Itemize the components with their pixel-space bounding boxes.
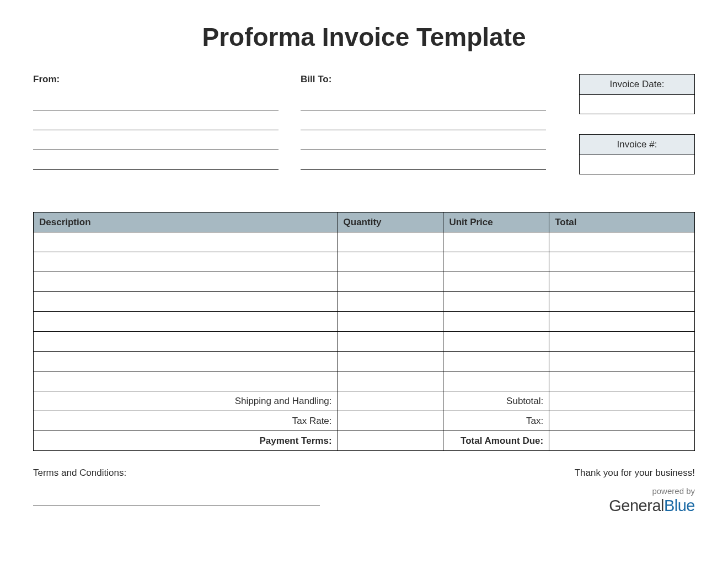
header-quantity: Quantity (338, 213, 443, 232)
cell-quantity[interactable] (338, 352, 443, 371)
bill-to-label: Bill To: (301, 74, 546, 85)
table-row (34, 371, 695, 391)
from-line-1[interactable] (33, 95, 279, 110)
table-row (34, 272, 695, 292)
meta-column: Invoice Date: Invoice #: (579, 74, 695, 194)
from-label: From: (33, 74, 279, 85)
summary-row-tax: Tax Rate: Tax: (34, 411, 695, 431)
items-table: Description Quantity Unit Price Total (33, 212, 695, 451)
cell-description[interactable] (34, 232, 338, 252)
cell-unit-price[interactable] (443, 252, 549, 272)
from-column: From: (33, 74, 279, 174)
cell-unit-price[interactable] (443, 312, 549, 332)
invoice-number-value[interactable] (580, 155, 694, 174)
table-row (34, 232, 695, 252)
invoice-number-label: Invoice #: (580, 135, 694, 155)
cell-total[interactable] (549, 312, 695, 332)
header-total: Total (549, 213, 695, 232)
cell-quantity[interactable] (338, 312, 443, 332)
page-title: Proforma Invoice Template (33, 22, 695, 52)
from-line-4[interactable] (33, 155, 279, 170)
header-section: From: Bill To: Invoice Date: Invoice #: (33, 74, 695, 194)
tax-rate-value[interactable] (338, 411, 443, 431)
from-line-2[interactable] (33, 115, 279, 130)
powered-by-text: powered by (575, 486, 695, 496)
invoice-date-box: Invoice Date: (579, 74, 695, 114)
terms-line[interactable] (33, 491, 320, 506)
table-row (34, 332, 695, 352)
shipping-label: Shipping and Handling: (34, 391, 338, 411)
cell-total[interactable] (549, 332, 695, 352)
cell-total[interactable] (549, 232, 695, 252)
table-row (34, 252, 695, 272)
brand-part-1: General (609, 497, 664, 514)
bill-to-line-3[interactable] (301, 135, 546, 150)
bill-to-line-4[interactable] (301, 155, 546, 170)
cell-unit-price[interactable] (443, 292, 549, 312)
terms-label: Terms and Conditions: (33, 468, 364, 479)
cell-quantity[interactable] (338, 252, 443, 272)
bill-to-line-2[interactable] (301, 115, 546, 130)
thanks-text: Thank you for your business! (575, 468, 695, 479)
table-row (34, 312, 695, 332)
cell-unit-price[interactable] (443, 352, 549, 371)
cell-unit-price[interactable] (443, 371, 549, 391)
cell-unit-price[interactable] (443, 332, 549, 352)
total-due-label: Total Amount Due: (443, 431, 549, 451)
cell-total[interactable] (549, 371, 695, 391)
tax-rate-label: Tax Rate: (34, 411, 338, 431)
footer-section: Terms and Conditions: Thank you for your… (33, 468, 695, 515)
cell-description[interactable] (34, 252, 338, 272)
cell-description[interactable] (34, 332, 338, 352)
cell-description[interactable] (34, 352, 338, 371)
brand-logo: GeneralBlue (575, 497, 695, 515)
subtotal-value[interactable] (549, 391, 695, 411)
bill-to-column: Bill To: (301, 74, 546, 174)
header-unit-price: Unit Price (443, 213, 549, 232)
summary-row-total-due: Payment Terms: Total Amount Due: (34, 431, 695, 451)
header-description: Description (34, 213, 338, 232)
summary-row-shipping-subtotal: Shipping and Handling: Subtotal: (34, 391, 695, 411)
cell-total[interactable] (549, 252, 695, 272)
cell-description[interactable] (34, 272, 338, 292)
bill-to-line-1[interactable] (301, 95, 546, 110)
tax-value[interactable] (549, 411, 695, 431)
cell-quantity[interactable] (338, 332, 443, 352)
table-row (34, 292, 695, 312)
total-due-value[interactable] (549, 431, 695, 451)
terms-column: Terms and Conditions: (33, 468, 364, 515)
cell-unit-price[interactable] (443, 232, 549, 252)
from-line-3[interactable] (33, 135, 279, 150)
cell-quantity[interactable] (338, 371, 443, 391)
cell-quantity[interactable] (338, 232, 443, 252)
table-row (34, 352, 695, 371)
thanks-column: Thank you for your business! powered by … (575, 468, 695, 515)
cell-description[interactable] (34, 371, 338, 391)
subtotal-label: Subtotal: (443, 391, 549, 411)
table-header-row: Description Quantity Unit Price Total (34, 213, 695, 232)
cell-total[interactable] (549, 272, 695, 292)
invoice-date-label: Invoice Date: (580, 75, 694, 95)
invoice-date-value[interactable] (580, 95, 694, 114)
tax-label: Tax: (443, 411, 549, 431)
payment-terms-label: Payment Terms: (34, 431, 338, 451)
cell-unit-price[interactable] (443, 272, 549, 292)
cell-quantity[interactable] (338, 272, 443, 292)
invoice-number-box: Invoice #: (579, 134, 695, 174)
cell-quantity[interactable] (338, 292, 443, 312)
brand-part-2: Blue (664, 497, 695, 514)
cell-description[interactable] (34, 312, 338, 332)
cell-total[interactable] (549, 292, 695, 312)
shipping-value[interactable] (338, 391, 443, 411)
cell-description[interactable] (34, 292, 338, 312)
cell-total[interactable] (549, 352, 695, 371)
payment-terms-value[interactable] (338, 431, 443, 451)
